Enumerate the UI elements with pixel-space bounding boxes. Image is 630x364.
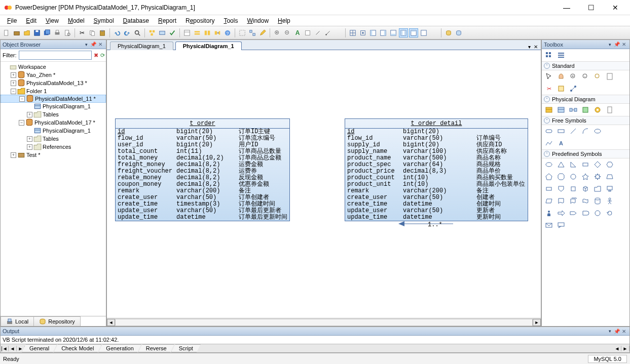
tool-proc-icon[interactable]: [580, 105, 590, 115]
toolbox-section-standard[interactable]: ˄Standard: [542, 61, 629, 70]
ps-cube-icon[interactable]: [580, 184, 590, 194]
output-tab-script[interactable]: Script: [171, 344, 201, 352]
tool-zoomfit-icon[interactable]: [592, 71, 603, 82]
tool-options-icon[interactable]: [193, 28, 202, 37]
filter-input[interactable]: [19, 51, 92, 60]
tab-windowlist-icon[interactable]: ▾: [528, 44, 531, 50]
ps-arrow-icon[interactable]: [556, 208, 566, 218]
ps-burst-icon[interactable]: [592, 172, 603, 182]
toolbox-section-physical[interactable]: ˄Physical Diagram: [542, 95, 629, 104]
toolbox-view-list-icon[interactable]: [556, 50, 566, 60]
output-nav-prev-icon[interactable]: ◄: [9, 346, 17, 351]
tab-close-icon[interactable]: ✕: [534, 44, 538, 50]
tool-layout-icon[interactable]: [248, 28, 257, 37]
tool-text-icon[interactable]: A: [293, 28, 302, 37]
tool-cut2-icon[interactable]: ✂: [544, 84, 554, 94]
ps-folder-icon[interactable]: [592, 184, 603, 194]
menu-edit[interactable]: Edit: [22, 16, 41, 25]
tab-local[interactable]: Local: [1, 316, 34, 326]
output-nav-next2-icon[interactable]: ►: [621, 346, 629, 351]
ps-callout-icon[interactable]: [556, 220, 566, 230]
ps-tape-icon[interactable]: [580, 196, 590, 206]
output-tab-reverse[interactable]: Reverse: [138, 344, 174, 352]
tool-pointer-icon[interactable]: [544, 71, 554, 82]
scroll-right-icon[interactable]: ►: [533, 319, 541, 326]
tool-note2-icon[interactable]: [556, 84, 566, 94]
diagram-tab-0[interactable]: PhysicalDiagram_1: [110, 42, 173, 50]
tool-pane3-icon[interactable]: [389, 28, 398, 37]
tree-item[interactable]: +Tables: [1, 110, 106, 118]
tool-undo-icon[interactable]: [113, 28, 122, 37]
tool-paste-icon[interactable]: [98, 28, 107, 37]
tool-connector-icon[interactable]: [568, 84, 578, 94]
tool-pane6-icon[interactable]: [419, 28, 428, 37]
ps-tag-icon[interactable]: [568, 208, 578, 218]
tree-item[interactable]: PhysicalDiagram_1: [1, 102, 106, 110]
panel-pin-icon[interactable]: 📌: [90, 42, 97, 47]
tool-edit-icon[interactable]: [258, 28, 267, 37]
tool-pane1-icon[interactable]: [368, 28, 378, 37]
tool-help-icon[interactable]: ?: [223, 28, 232, 37]
tool-grab-icon[interactable]: [556, 71, 566, 82]
toolbox-section-predefined[interactable]: ˄Predefined Symbols: [542, 149, 629, 158]
tool-new-icon[interactable]: [2, 28, 11, 37]
panel-menu-icon[interactable]: ▾: [83, 42, 90, 47]
tool-zoomout2-icon[interactable]: -: [580, 71, 590, 82]
output-tab-check[interactable]: Check Model: [54, 344, 101, 352]
ps-pc-icon[interactable]: [605, 184, 615, 194]
panel-menu-icon[interactable]: ▾: [606, 42, 613, 47]
panel-menu-icon[interactable]: ▾: [606, 329, 613, 334]
tree-item[interactable]: +Test *: [1, 151, 106, 159]
diagram-hscrollbar[interactable]: ◄ ►: [107, 318, 541, 326]
tool-zoomout-icon[interactable]: [283, 28, 292, 37]
tool-model-icon[interactable]: [147, 28, 157, 37]
tree-item[interactable]: +PhysicalDataModel_13 *: [1, 79, 106, 87]
panel-pin-icon[interactable]: 📌: [613, 329, 620, 334]
tool-saveall-icon[interactable]: [43, 28, 52, 37]
tool-properties-icon[interactable]: [605, 71, 615, 82]
maximize-button[interactable]: ☐: [583, 4, 599, 12]
tool-open-icon[interactable]: [22, 28, 31, 37]
ps-rect-icon[interactable]: [580, 159, 590, 170]
tool-view-icon[interactable]: [556, 105, 566, 115]
tool-zoomin-icon[interactable]: [273, 28, 282, 37]
tool-ref-icon[interactable]: [568, 105, 578, 115]
tool-preview-icon[interactable]: [63, 28, 72, 37]
tool-redo-icon[interactable]: [123, 28, 132, 37]
ps-shield-icon[interactable]: [556, 184, 566, 194]
tool-find-icon[interactable]: [133, 28, 142, 37]
ps-hexagon-icon[interactable]: [605, 159, 615, 170]
filter-clear-icon[interactable]: ✖: [94, 52, 98, 59]
tree-item[interactable]: PhysicalDiagram_1: [1, 127, 106, 135]
shape-ellipse-icon[interactable]: [592, 126, 603, 136]
tree-item[interactable]: +References: [1, 143, 106, 151]
tool-snap-icon[interactable]: [358, 28, 367, 37]
entity-t_order_detail[interactable]: t_order_detailidbigint(20)flow_idvarchar…: [345, 118, 528, 221]
ps-doc-icon[interactable]: [556, 196, 566, 206]
tool-grid-icon[interactable]: [348, 28, 357, 37]
panel-pin-icon[interactable]: 📌: [613, 42, 620, 47]
entity-t_order[interactable]: t_orderidbigint(20)订单ID主键flow_idvarchar(…: [115, 118, 290, 221]
tool-copy-icon[interactable]: [88, 28, 97, 37]
tool-link2-icon[interactable]: [323, 28, 332, 37]
ps-octagon-icon[interactable]: [556, 172, 566, 182]
tree-item[interactable]: −Folder 1: [1, 87, 106, 95]
filter-refresh-icon[interactable]: ⟳: [100, 52, 105, 59]
tool-link-icon[interactable]: [313, 28, 322, 37]
menu-symbol[interactable]: Symbol: [90, 16, 118, 25]
shape-rect-icon[interactable]: [556, 126, 566, 136]
output-nav-first-icon[interactable]: |◄: [1, 346, 9, 351]
tool-sel-icon[interactable]: [238, 28, 247, 37]
tool-compare-icon[interactable]: [203, 28, 212, 37]
ps-envelope-icon[interactable]: [544, 220, 554, 230]
tool-check-icon[interactable]: [168, 28, 177, 37]
scroll-left-icon[interactable]: ◄: [107, 319, 115, 326]
tool-gear-icon[interactable]: [592, 105, 603, 115]
shape-polyline-icon[interactable]: [544, 138, 554, 148]
minimize-button[interactable]: —: [559, 4, 574, 12]
tool-zoomin2-icon[interactable]: +: [568, 71, 578, 82]
tree-root[interactable]: Workspace: [1, 63, 106, 71]
tool-new-project-icon[interactable]: [12, 28, 21, 37]
menu-tools[interactable]: Tools: [219, 16, 242, 25]
tool-pane4-icon[interactable]: [399, 28, 408, 37]
